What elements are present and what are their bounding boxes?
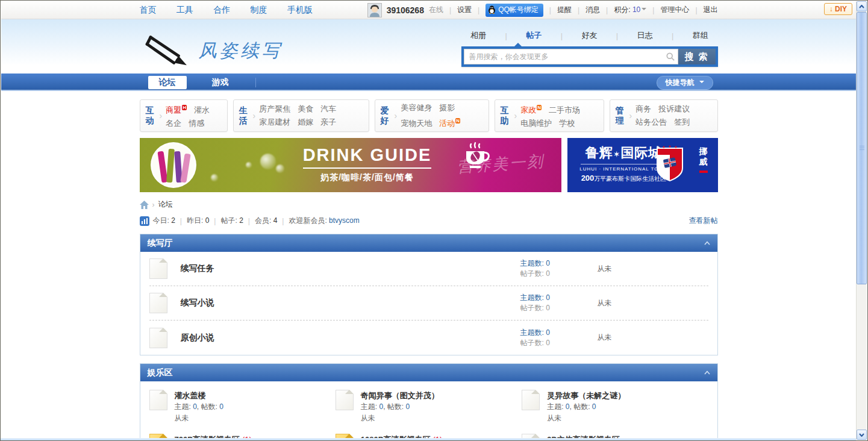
forum-link[interactable]: 摄影 [439, 103, 455, 112]
last-post: 从未 [581, 298, 708, 308]
divider: | [606, 6, 608, 14]
tab-posts[interactable]: 帖子 [526, 30, 542, 41]
forum-link[interactable]: 商盟H [166, 105, 187, 114]
user-tabs: 相册 | 帖子 | 好友 | 日志 | 群组 [461, 29, 718, 42]
divider: | [282, 217, 284, 225]
credits[interactable]: 积分: 10 [614, 5, 646, 15]
tab-groups[interactable]: 群组 [693, 30, 708, 41]
divider: | [180, 217, 182, 225]
vertical-scrollbar[interactable] [856, 1, 867, 440]
forum-link[interactable]: 投诉建议 [658, 104, 690, 113]
luhui-banner[interactable]: 鲁辉✶国际城 LUHUI · INTERNATIONAL TOWN 200万平豪… [567, 138, 718, 192]
forum-link[interactable]: 宠物天地 [401, 119, 432, 128]
credits-value: 10 [632, 5, 640, 14]
category-label[interactable]: 生活 [239, 105, 248, 126]
scrollbar-thumb[interactable] [857, 12, 867, 284]
newest-member-link[interactable]: btvyscom [329, 216, 360, 225]
view-new-posts-link[interactable]: 查看新帖 [689, 216, 718, 226]
forum-link[interactable]: 婚嫁 [298, 117, 313, 127]
quick-nav-button[interactable]: 快捷导航 [657, 76, 713, 90]
tab-game[interactable]: 游戏 [201, 76, 240, 89]
remind-link[interactable]: 提醒 [557, 5, 572, 15]
forum-stats: 主题数: 0 帖子数: 0 [520, 293, 581, 313]
tab-blogs[interactable]: 日志 [637, 30, 653, 41]
scroll-up-button[interactable] [857, 1, 867, 11]
admin-center-link[interactable]: 管理中心 [660, 5, 689, 15]
site-logo[interactable]: 风姿续写 [145, 33, 283, 69]
collapse-button[interactable] [704, 241, 710, 245]
forum-link[interactable]: 家政N [520, 105, 542, 114]
chevron-right-icon: › [253, 111, 256, 120]
forum-link[interactable]: 房产聚焦 [259, 104, 290, 113]
nav-mobile[interactable]: 手机版 [287, 5, 313, 14]
chevron-down-icon [642, 8, 646, 13]
collapse-button[interactable] [704, 371, 710, 375]
diy-label: DIY [835, 5, 847, 13]
forum-link[interactable]: 汽车 [320, 104, 336, 113]
nav-tools[interactable]: 工具 [176, 5, 193, 14]
nav-home[interactable]: 首页 [140, 5, 157, 14]
settings-link[interactable]: 设置 [457, 5, 472, 15]
forum-link[interactable]: 奇闻异事（图文并茂） [361, 390, 439, 401]
forum-link[interactable]: 商务 [635, 104, 651, 113]
message-link[interactable]: 消息 [585, 5, 600, 15]
username[interactable]: 39106268 [387, 5, 424, 15]
forum-link[interactable]: 续写任务 [181, 263, 214, 274]
scroll-down-button[interactable] [857, 430, 867, 440]
tab-albums[interactable]: 相册 [470, 30, 486, 41]
tab-forum[interactable]: 论坛 [148, 76, 187, 89]
forum-link[interactable]: 美食 [298, 104, 313, 113]
search-input[interactable] [464, 49, 678, 64]
forum-link[interactable]: 灌水盖楼 [175, 390, 223, 401]
forum-page-icon [149, 390, 167, 410]
category-label[interactable]: 管理 [615, 105, 625, 126]
diy-button[interactable]: ↓ DIY [824, 3, 852, 15]
logout-link[interactable]: 退出 [704, 5, 718, 15]
forum-link[interactable]: 家居建材 [259, 117, 290, 127]
user-avatar[interactable] [367, 3, 382, 17]
last-post: 从未 [581, 264, 708, 274]
quick-nav-label: 快捷导航 [666, 78, 695, 88]
forum-link[interactable]: 站务公告 [635, 117, 667, 127]
forum-link[interactable]: 签到 [674, 117, 690, 127]
forum-link[interactable]: 二手市场 [549, 105, 580, 114]
drink-guide-banner[interactable]: DRINK GUIDE 奶茶/咖啡/茶/面包/简餐 营养美一刻 [140, 138, 561, 192]
page: 首页 工具 合作 制度 手机版 39106268 在线 | 设置 | QQ帐号绑… [1, 1, 856, 440]
breadcrumb-forum[interactable]: 论坛 [158, 199, 173, 210]
forum-cell: 灵异故事（未解之谜） 主题: 0, 帖数: 0 从未 [522, 386, 708, 430]
pencil-icon [145, 33, 192, 69]
nav-cooperation[interactable]: 合作 [213, 5, 230, 14]
forum-link[interactable]: 灵异故事（未解之谜） [547, 390, 625, 401]
section-header: 续写厅 [140, 234, 717, 252]
chevron-right-icon: › [629, 111, 632, 120]
tab-friends[interactable]: 好友 [581, 30, 597, 41]
nav-rules[interactable]: 制度 [251, 5, 267, 14]
section-title: 续写厅 [148, 238, 173, 249]
chevron-right-icon: › [514, 111, 517, 120]
forum-link[interactable]: 情感 [189, 119, 204, 128]
category-life: 生活 › 房产聚焦美食汽车 家居建材婚嫁亲子 [233, 99, 369, 132]
forum-link[interactable]: 亲子 [320, 117, 336, 127]
category-label[interactable]: 互动 [145, 105, 155, 126]
forum-link[interactable]: 学校 [559, 119, 575, 128]
qq-bind-button[interactable]: QQ帐号绑定 [486, 4, 543, 17]
category-label[interactable]: 互助 [500, 105, 510, 126]
stat-welcome: 欢迎新会员: btvyscom [289, 216, 359, 226]
forum-section-xuxie: 续写厅 续写任务 主题数: 0 帖子数: 0 从未 续写小说 [140, 234, 718, 355]
divider: | [549, 6, 551, 14]
forum-link[interactable]: 电脑维护 [520, 119, 552, 128]
forum-link[interactable]: 美容健身 [401, 103, 432, 112]
category-label[interactable]: 爱好 [380, 105, 390, 126]
chevron-right-icon: › [160, 111, 163, 120]
category-help: 互助 › 家政N二手市场 电脑维护学校 [495, 99, 604, 132]
forum-link[interactable]: 原创小说 [181, 333, 214, 343]
home-icon[interactable] [140, 201, 149, 209]
forum-link[interactable]: 续写小说 [181, 298, 214, 308]
forum-cell: 奇闻异事（图文并茂） 主题: 0, 帖数: 0 从未 [336, 386, 522, 430]
forum-link[interactable]: 活动N [439, 119, 460, 128]
topbar-nav: 首页 工具 合作 制度 手机版 [140, 5, 331, 16]
forum-link[interactable]: 名企 [166, 119, 181, 128]
forum-link[interactable]: 灌水 [194, 105, 210, 114]
forum-navbar: 论坛 游戏 快捷导航 [1, 74, 856, 91]
search-button[interactable]: 搜 索 [678, 49, 716, 64]
